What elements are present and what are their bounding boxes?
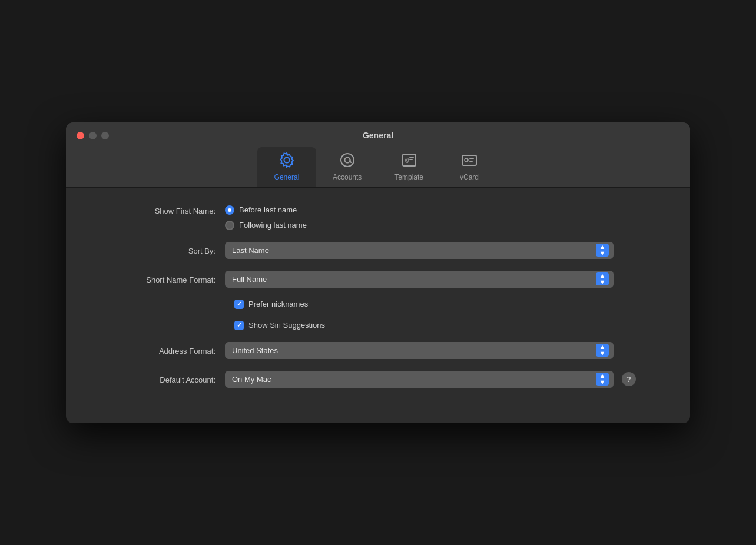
tab-accounts[interactable]: Accounts — [316, 147, 378, 187]
svg-rect-8 — [469, 158, 474, 159]
sort-by-select-wrapper: Last Name First Name Company ▲▼ — [225, 242, 614, 259]
tab-template[interactable]: @ Template — [378, 147, 440, 187]
tab-general[interactable]: General — [257, 147, 316, 187]
svg-text:@: @ — [405, 157, 409, 163]
window-title: General — [363, 131, 393, 140]
address-format-label: Address Format: — [89, 345, 225, 355]
short-name-format-select[interactable]: Full Name First Name & Last Initial Firs… — [225, 271, 614, 288]
close-button[interactable] — [77, 132, 84, 139]
default-account-label: Default Account: — [89, 374, 225, 384]
svg-point-7 — [465, 158, 468, 162]
template-icon: @ — [401, 152, 417, 171]
gear-icon — [278, 152, 295, 171]
radio-following-last[interactable]: Following last name — [225, 221, 307, 230]
preferences-window: General General — [66, 122, 690, 423]
svg-rect-9 — [469, 161, 473, 162]
svg-rect-4 — [409, 157, 414, 158]
default-account-select[interactable]: On My Mac iCloud — [225, 371, 614, 388]
maximize-button[interactable] — [101, 132, 109, 139]
vcard-icon — [461, 152, 478, 171]
titlebar: General General — [66, 122, 690, 187]
tab-vcard-label: vCard — [460, 173, 479, 181]
svg-rect-5 — [409, 159, 413, 160]
prefer-nicknames-row[interactable]: ✓ Prefer nicknames — [234, 300, 667, 309]
prefer-nicknames-check: ✓ — [237, 300, 242, 308]
sort-by-row: Sort By: Last Name First Name Company ▲▼ — [89, 242, 667, 259]
traffic-lights — [77, 132, 109, 139]
tab-general-label: General — [274, 173, 300, 181]
address-format-select-wrapper: United States United Kingdom Canada Aust… — [225, 342, 614, 359]
help-button[interactable]: ? — [622, 372, 636, 386]
minimize-button[interactable] — [89, 132, 97, 139]
content-area: Show First Name: Before last name Follow… — [66, 188, 690, 423]
show-siri-suggestions-checkbox[interactable]: ✓ — [234, 321, 244, 330]
svg-point-1 — [344, 157, 350, 162]
show-first-name-row: Show First Name: Before last name Follow… — [89, 205, 667, 230]
prefer-nicknames-label: Prefer nicknames — [248, 300, 308, 308]
tab-vcard[interactable]: vCard — [440, 147, 499, 187]
radio-options: Before last name Following last name — [225, 205, 307, 230]
address-format-row: Address Format: United States United Kin… — [89, 342, 667, 359]
show-siri-suggestions-label: Show Siri Suggestions — [248, 321, 325, 330]
radio-before-label: Before last name — [239, 205, 297, 214]
default-account-row: Default Account: On My Mac iCloud ▲▼ ? — [89, 371, 667, 388]
address-format-select[interactable]: United States United Kingdom Canada Aust… — [225, 342, 614, 359]
tab-template-label: Template — [394, 173, 423, 181]
show-siri-suggestions-row[interactable]: ✓ Show Siri Suggestions — [234, 321, 667, 330]
radio-following-indicator — [225, 221, 234, 230]
sort-by-label: Sort By: — [89, 245, 225, 255]
short-name-format-row: Short Name Format: Full Name First Name … — [89, 271, 667, 288]
show-first-name-label: Show First Name: — [89, 205, 225, 215]
at-icon — [339, 152, 356, 171]
radio-following-label: Following last name — [239, 221, 307, 230]
default-account-select-wrapper: On My Mac iCloud ▲▼ — [225, 371, 614, 388]
radio-before-indicator — [225, 205, 234, 215]
tab-accounts-label: Accounts — [333, 173, 362, 181]
short-name-format-label: Short Name Format: — [89, 274, 225, 284]
radio-before-last[interactable]: Before last name — [225, 205, 307, 215]
short-name-format-select-wrapper: Full Name First Name & Last Initial Firs… — [225, 271, 614, 288]
sort-by-select[interactable]: Last Name First Name Company — [225, 242, 614, 259]
svg-point-0 — [341, 154, 354, 167]
prefer-nicknames-checkbox[interactable]: ✓ — [234, 300, 244, 309]
toolbar: General Accounts @ — [257, 147, 499, 187]
show-siri-suggestions-check: ✓ — [237, 321, 242, 329]
